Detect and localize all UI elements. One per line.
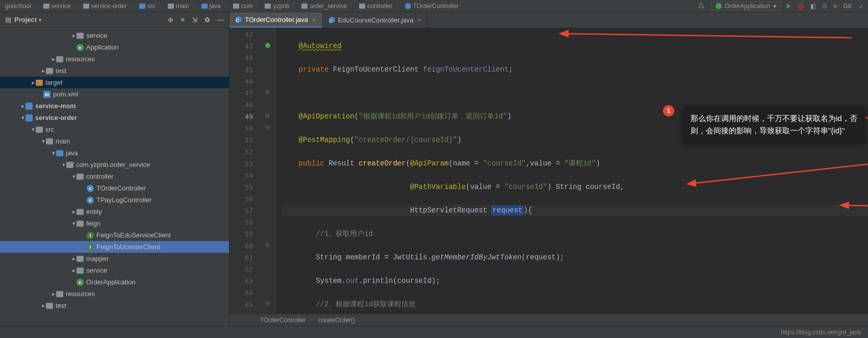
tree-arrow-icon[interactable]: ► xyxy=(20,104,25,109)
line-number[interactable]: 50 xyxy=(229,123,260,134)
git-update-icon[interactable]: ↙ xyxy=(859,3,864,10)
fold-icon[interactable]: ⊟ xyxy=(265,89,270,95)
gutter-mark[interactable] xyxy=(260,180,275,192)
tree-arrow-icon[interactable]: ▼ xyxy=(71,174,76,179)
crumb-service[interactable]: service xyxy=(43,3,71,10)
gutter-mark[interactable] xyxy=(260,204,275,215)
line-number[interactable]: 56 xyxy=(229,193,260,205)
gutter-mark[interactable]: ⊟ xyxy=(260,122,275,133)
gutter-mark[interactable] xyxy=(260,75,275,86)
run-icon[interactable] xyxy=(787,4,790,9)
tree-item[interactable]: ▸Application xyxy=(0,41,229,53)
select-opened-icon[interactable]: ⊕ xyxy=(168,16,173,23)
tree-item[interactable]: ►test xyxy=(0,300,229,311)
crumb-controller[interactable]: controller xyxy=(359,3,392,10)
run-gutter-icon[interactable] xyxy=(265,43,270,48)
tree-arrow-icon[interactable]: ► xyxy=(71,268,76,273)
tree-arrow-icon[interactable]: ▼ xyxy=(61,162,66,167)
tree-item[interactable]: ▸OrderApplication xyxy=(0,276,229,288)
coverage-icon[interactable]: ◧ xyxy=(810,3,816,10)
tree-arrow-icon[interactable]: ► xyxy=(71,209,76,214)
tree-item[interactable]: ▼java xyxy=(0,147,229,159)
run-configuration[interactable]: OrderApplication ▾ xyxy=(711,2,781,11)
collapse-all-icon[interactable]: ⇲ xyxy=(192,16,197,23)
project-tree[interactable]: ►service▸Application►resources►test►targ… xyxy=(0,28,229,326)
line-number[interactable]: 54 xyxy=(229,170,260,181)
crumb-class-name[interactable]: TOrderController xyxy=(260,317,306,324)
line-number[interactable]: 42 xyxy=(229,29,260,40)
expand-all-icon[interactable]: ≡ xyxy=(181,16,185,23)
code-editor[interactable]: @Autowired private FeignToUcenterClient … xyxy=(275,28,868,313)
line-number-gutter[interactable]: 4243444546474849505152535455565758596061… xyxy=(229,28,260,313)
gutter-mark[interactable]: ⊟ xyxy=(260,86,275,98)
profile-icon[interactable]: ⊙ xyxy=(822,3,827,10)
hide-icon[interactable]: — xyxy=(217,16,224,23)
gutter-mark[interactable] xyxy=(260,215,275,227)
tree-item[interactable]: cTPayLogController xyxy=(0,194,229,206)
close-icon[interactable]: × xyxy=(312,16,316,23)
gutter-mark[interactable]: ⊟ xyxy=(260,298,275,309)
crumb-com[interactable]: com xyxy=(233,3,253,10)
crumb-method-name[interactable]: createOrder() xyxy=(318,317,355,324)
fold-icon[interactable]: ⊟ xyxy=(265,112,270,119)
gutter-mark[interactable] xyxy=(260,145,275,157)
tree-arrow-icon[interactable]: ► xyxy=(51,292,56,297)
tree-item[interactable]: ►mapper xyxy=(0,253,229,264)
tree-item[interactable]: ►target xyxy=(0,77,229,88)
line-number[interactable]: 52 xyxy=(229,146,260,158)
gutter-mark[interactable] xyxy=(260,274,275,286)
tree-item[interactable]: mpom.xml xyxy=(0,88,229,100)
fold-icon[interactable]: ⊟ xyxy=(265,124,270,131)
debug-icon[interactable]: 🐞 xyxy=(797,3,804,10)
line-number[interactable]: 48 xyxy=(229,99,260,111)
tree-item[interactable]: ▼main xyxy=(0,135,229,147)
gutter-mark[interactable] xyxy=(260,227,275,239)
tree-item[interactable]: ►service xyxy=(0,264,229,276)
tab-torder-controller[interactable]: cTOrderController.java× xyxy=(229,12,323,28)
tree-item[interactable]: ►test xyxy=(0,65,229,77)
line-number[interactable]: 60 xyxy=(229,240,260,252)
close-icon[interactable]: × xyxy=(418,16,422,24)
tree-item[interactable]: ▼feign xyxy=(0,218,229,229)
settings-icon[interactable]: ✿ xyxy=(205,16,210,23)
gutter-mark[interactable] xyxy=(260,262,275,274)
tree-item[interactable]: IFeignToUcenterClient xyxy=(0,241,229,253)
gutter-mark[interactable] xyxy=(260,28,275,39)
gutter-mark[interactable] xyxy=(260,286,275,298)
gutter-mark[interactable] xyxy=(260,98,275,110)
line-number[interactable]: 53 xyxy=(229,158,260,170)
gutter-mark[interactable] xyxy=(260,157,275,168)
project-tool-icon[interactable]: ▤ xyxy=(5,16,11,23)
line-number[interactable]: 47 xyxy=(229,87,260,99)
line-number[interactable]: 45 xyxy=(229,64,260,76)
sidebar-title[interactable]: Project xyxy=(14,16,37,23)
crumb-java[interactable]: java xyxy=(201,3,221,10)
line-number[interactable]: 59 xyxy=(229,228,260,240)
gutter-mark[interactable] xyxy=(260,51,275,63)
gutter-mark[interactable] xyxy=(260,133,275,145)
crumb-order-service[interactable]: order_service xyxy=(301,3,347,10)
tree-arrow-icon[interactable]: ▼ xyxy=(31,127,36,132)
fold-icon[interactable]: ⊟ xyxy=(265,300,270,307)
tree-arrow-icon[interactable]: ► xyxy=(41,303,46,308)
line-number[interactable]: 57 xyxy=(229,205,260,216)
stop-icon[interactable]: ■ xyxy=(833,3,837,10)
line-number[interactable]: 65 xyxy=(229,299,260,310)
tree-item[interactable]: ▼service-order xyxy=(0,112,229,124)
tree-arrow-icon[interactable]: ► xyxy=(31,80,36,85)
line-number[interactable]: 43 xyxy=(229,40,260,52)
line-number[interactable]: 61 xyxy=(229,252,260,263)
tree-arrow-icon[interactable]: ► xyxy=(71,256,76,261)
crumb-src[interactable]: src xyxy=(139,3,156,10)
tree-item[interactable]: ►resources xyxy=(0,288,229,300)
tree-item[interactable]: IFeignToEduServiceClient xyxy=(0,229,229,241)
tree-arrow-icon[interactable]: ▼ xyxy=(71,221,76,226)
tree-item[interactable]: ▼com.yzpnb.order_service xyxy=(0,159,229,171)
tree-item[interactable]: ►service-msm xyxy=(0,100,229,112)
tree-item[interactable]: ►resources xyxy=(0,53,229,65)
gutter-mark[interactable] xyxy=(260,168,275,180)
gutter-mark[interactable] xyxy=(260,63,275,75)
build-icon[interactable] xyxy=(698,2,705,10)
tree-item[interactable]: ▼controller xyxy=(0,171,229,182)
tab-edu-course-controller[interactable]: cEduCourseController.java× xyxy=(323,12,428,28)
